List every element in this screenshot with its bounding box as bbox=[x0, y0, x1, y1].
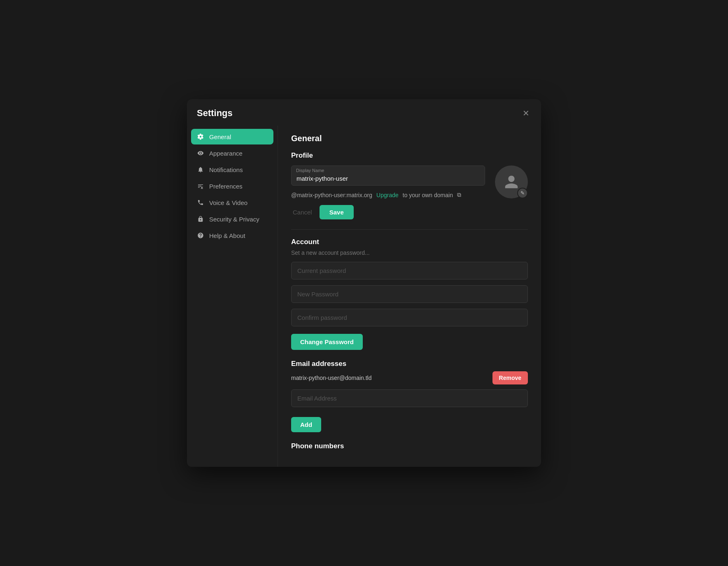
user-id-text: @matrix-python-user:matrix.org bbox=[291, 192, 372, 198]
upgrade-suffix: to your own domain bbox=[403, 192, 453, 198]
lock-icon bbox=[197, 215, 204, 223]
sidebar-item-help-label: Help & About bbox=[209, 232, 245, 239]
sidebar-item-voice-video[interactable]: Voice & Video bbox=[191, 195, 273, 210]
sidebar-item-general-label: General bbox=[209, 133, 231, 140]
phone-icon bbox=[197, 199, 204, 206]
current-password-group bbox=[291, 262, 528, 280]
sidebar-item-help-about[interactable]: Help & About bbox=[191, 228, 273, 243]
display-name-input[interactable] bbox=[291, 165, 485, 186]
profile-form: Display Name @matrix-python-user:matrix.… bbox=[291, 165, 485, 219]
modal-title: Settings bbox=[197, 108, 233, 119]
account-title: Account bbox=[291, 238, 528, 246]
user-id-row: @matrix-python-user:matrix.org Upgrade t… bbox=[291, 191, 485, 198]
external-link-icon: ⧉ bbox=[457, 191, 461, 198]
phone-numbers-title: Phone numbers bbox=[291, 442, 528, 450]
display-name-group: Display Name bbox=[291, 165, 485, 186]
profile-row: Display Name @matrix-python-user:matrix.… bbox=[291, 165, 528, 219]
sidebar-item-appearance-label: Appearance bbox=[209, 150, 243, 157]
main-content: General Profile Display Name @matrix-pyt… bbox=[278, 126, 541, 467]
remove-email-button[interactable]: Remove bbox=[492, 371, 528, 384]
current-password-input[interactable] bbox=[291, 262, 528, 280]
eye-icon bbox=[197, 149, 204, 157]
modal-header: Settings ✕ bbox=[187, 99, 541, 126]
existing-email: matrix-python-user@domain.tld bbox=[291, 375, 372, 381]
account-desc: Set a new account password... bbox=[291, 249, 528, 256]
sidebar-item-preferences[interactable]: Preferences bbox=[191, 178, 273, 194]
account-section: Account Set a new account password... Ch… bbox=[291, 238, 528, 350]
sidebar-item-voice-video-label: Voice & Video bbox=[209, 199, 247, 206]
modal-body: General Appearance Notifications Prefere… bbox=[187, 126, 541, 467]
section-title: General bbox=[291, 134, 528, 143]
change-password-button[interactable]: Change Password bbox=[291, 334, 363, 350]
sidebar-item-security-privacy[interactable]: Security & Privacy bbox=[191, 211, 273, 227]
confirm-password-input[interactable] bbox=[291, 309, 528, 326]
help-icon bbox=[197, 232, 204, 239]
sidebar-item-notifications-label: Notifications bbox=[209, 166, 243, 173]
phone-section: Phone numbers bbox=[291, 442, 528, 450]
sidebar-item-notifications[interactable]: Notifications bbox=[191, 162, 273, 177]
email-input-group bbox=[291, 389, 528, 407]
profile-section: Profile Display Name @matrix-python-user… bbox=[291, 151, 528, 219]
cancel-button[interactable]: Cancel bbox=[291, 205, 314, 219]
confirm-password-group bbox=[291, 309, 528, 326]
new-password-input[interactable] bbox=[291, 285, 528, 303]
divider-1 bbox=[291, 229, 528, 230]
email-addresses-title: Email addresses bbox=[291, 360, 528, 368]
sidebar-item-security-label: Security & Privacy bbox=[209, 216, 259, 223]
add-email-button[interactable]: Add bbox=[291, 417, 321, 432]
new-password-group bbox=[291, 285, 528, 303]
close-button[interactable]: ✕ bbox=[521, 107, 531, 119]
profile-btn-row: Cancel Save bbox=[291, 205, 485, 219]
sliders-icon bbox=[197, 182, 204, 190]
gear-icon bbox=[197, 133, 204, 140]
settings-modal: Settings ✕ General Appearance bbox=[187, 99, 541, 467]
sidebar-item-preferences-label: Preferences bbox=[209, 183, 243, 190]
email-row: matrix-python-user@domain.tld Remove bbox=[291, 371, 528, 384]
save-button[interactable]: Save bbox=[320, 205, 354, 219]
sidebar-item-appearance[interactable]: Appearance bbox=[191, 145, 273, 161]
avatar-container: ✎ bbox=[495, 165, 528, 198]
sidebar: General Appearance Notifications Prefere… bbox=[187, 126, 278, 467]
bell-icon bbox=[197, 166, 204, 173]
sidebar-item-general[interactable]: General bbox=[191, 129, 273, 144]
profile-label: Profile bbox=[291, 151, 528, 160]
email-address-input[interactable] bbox=[291, 389, 528, 407]
email-section: Email addresses matrix-python-user@domai… bbox=[291, 360, 528, 432]
avatar-edit-button[interactable]: ✎ bbox=[517, 188, 528, 198]
upgrade-link[interactable]: Upgrade bbox=[376, 192, 399, 198]
